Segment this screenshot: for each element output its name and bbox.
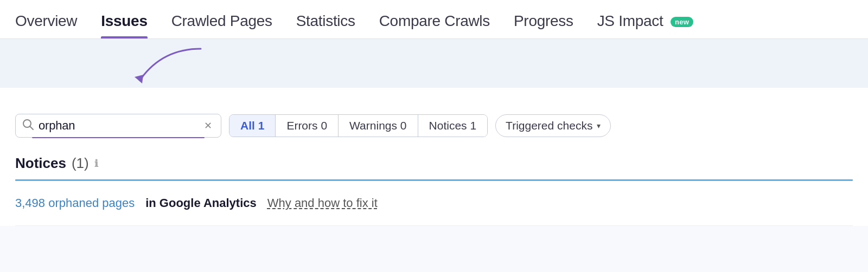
search-icon bbox=[22, 119, 34, 133]
tab-issues[interactable]: Issues bbox=[89, 12, 159, 38]
notices-heading: Notices (1) ℹ bbox=[15, 155, 853, 179]
search-value: orphan bbox=[39, 119, 197, 133]
tab-crawled-pages[interactable]: Crawled Pages bbox=[159, 12, 284, 38]
tab-statistics[interactable]: Statistics bbox=[284, 12, 367, 38]
triggered-checks-label: Triggered checks bbox=[506, 119, 592, 132]
tab-overview[interactable]: Overview bbox=[13, 12, 89, 38]
filter-row: orphan ✕ All 1 Errors 0 Warnings 0 Notic… bbox=[15, 103, 853, 151]
triggered-checks-button[interactable]: Triggered checks ▾ bbox=[495, 114, 611, 137]
orphaned-pages-link[interactable]: 3,498 orphaned pages bbox=[15, 196, 135, 210]
info-icon[interactable]: ℹ bbox=[94, 158, 98, 170]
issue-row: 3,498 orphaned pages in Google Analytics… bbox=[15, 181, 853, 226]
issue-static-text: in Google Analytics bbox=[145, 196, 257, 210]
main-content: orphan ✕ All 1 Errors 0 Warnings 0 Notic… bbox=[0, 88, 868, 226]
svg-marker-0 bbox=[135, 75, 143, 83]
filter-notices-button[interactable]: Notices 1 bbox=[418, 115, 488, 137]
search-box[interactable]: orphan ✕ bbox=[15, 114, 221, 138]
why-fix-link[interactable]: Why and how to fix it bbox=[267, 196, 378, 210]
filter-all-button[interactable]: All 1 bbox=[229, 115, 276, 137]
svg-line-2 bbox=[30, 127, 34, 130]
tab-compare-crawls[interactable]: Compare Crawls bbox=[367, 12, 502, 38]
tab-js-impact[interactable]: JS Impact new bbox=[585, 12, 705, 38]
chevron-down-icon: ▾ bbox=[597, 121, 601, 130]
filter-button-group: All 1 Errors 0 Warnings 0 Notices 1 bbox=[229, 114, 488, 137]
notices-label: Notices bbox=[15, 155, 66, 172]
notices-count: (1) bbox=[72, 155, 89, 172]
filter-warnings-button[interactable]: Warnings 0 bbox=[339, 115, 418, 137]
nav-bar: Overview Issues Crawled Pages Statistics… bbox=[0, 0, 868, 39]
arrow-area bbox=[0, 39, 868, 88]
new-badge: new bbox=[671, 17, 693, 27]
notices-section: Notices (1) ℹ 3,498 orphaned pages in Go… bbox=[15, 151, 853, 226]
clear-search-button[interactable]: ✕ bbox=[202, 119, 214, 133]
tab-progress[interactable]: Progress bbox=[502, 12, 585, 38]
filter-errors-button[interactable]: Errors 0 bbox=[276, 115, 339, 137]
arrow-icon bbox=[119, 43, 228, 84]
